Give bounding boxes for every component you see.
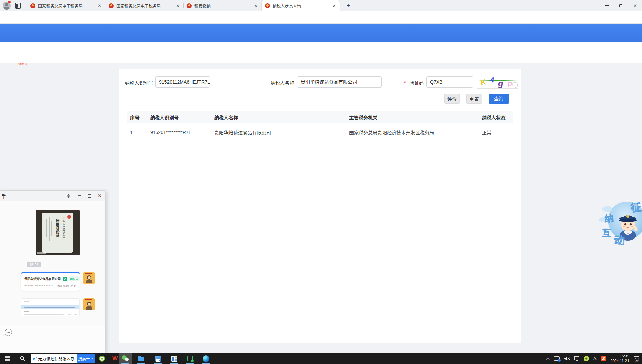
start-button[interactable]: [5, 356, 10, 361]
volume-muted-icon[interactable]: [564, 356, 570, 361]
chat-maximize-icon[interactable]: [88, 194, 91, 198]
wechat-chat-window: 手 ✕ 中华人民共和国 居民身份证 15:28 贵阳华焙速达食品有限公司: [0, 190, 105, 353]
cell-taxpayer-id: 915201*********R7L: [148, 123, 212, 142]
collection-period-note: 本月征期已结束: [57, 284, 76, 288]
wps-icon: W: [112, 355, 118, 362]
svg-text:纳: 纳: [604, 213, 614, 224]
caret-icon: ▲: [35, 356, 38, 359]
taxpayer-name-input[interactable]: 贵阳华焙速达食品有限公司: [297, 76, 382, 88]
notification-count-badge: 1: [635, 358, 639, 362]
col-seq: 序号: [127, 111, 148, 123]
window-minimize-button[interactable]: [600, 0, 614, 11]
tab-3[interactable]: 税费缴纳 ✕: [183, 0, 262, 11]
notification-center-icon[interactable]: 1: [634, 356, 639, 361]
result-table: 序号 纳税人识别号 纳税人名称 主管税务机关 纳税人状态 1 915201***…: [127, 111, 513, 142]
query-panel: 纳税人识别号 91520112MA6HEJTR7L 纳税人名称 贵阳华焙速达食品…: [119, 69, 521, 343]
reset-button[interactable]: 重置: [466, 94, 482, 104]
tab-close-icon[interactable]: ✕: [175, 3, 181, 8]
system-tray: + A S 15:39 2024-11-21 1: [546, 353, 642, 364]
screenshot-tool-icon: [187, 356, 193, 361]
sticker-message[interactable]: [83, 272, 95, 284]
svg-text:4: 4: [490, 75, 495, 84]
company-card-message[interactable]: 贵阳华焙速达食品有限公司 A 纳税人 91520112MA6HEJTR7L 本月…: [21, 272, 80, 291]
clock-time: 15:39: [611, 354, 629, 359]
taskbar-app-docs[interactable]: [152, 353, 165, 364]
taskbar-search-box[interactable]: e ▲ 无力偿还债务怎么办 搜索一下: [31, 354, 95, 363]
tax-favicon: [265, 3, 270, 8]
query-button[interactable]: 查询: [489, 94, 509, 104]
wechat-icon: [122, 355, 129, 362]
cell-seq: 1: [127, 123, 148, 142]
profile-person-icon: [5, 3, 8, 6]
breadcrumb-bar: ← 返回 首页 › 纳税人状态查询: [0, 42, 642, 63]
antivirus-icon[interactable]: +: [584, 356, 589, 361]
col-taxpayer-id: 纳税人识别号: [148, 111, 212, 123]
tab-close-icon[interactable]: ✕: [331, 3, 337, 8]
clock-date: 2024-11-21: [611, 359, 629, 363]
interaction-assistant-badge[interactable]: 征 纳 互 动: [596, 195, 642, 245]
site-header: 中国税务 全国统一规范电子税务局 贵州 **燕: [0, 24, 642, 42]
tab-title: 国家税务总局电子税务局: [38, 3, 95, 9]
screenshot-message[interactable]: [21, 298, 80, 316]
message-timestamp: 15:28: [27, 262, 41, 267]
svg-text:K: K: [480, 78, 487, 87]
svg-text:征: 征: [630, 201, 642, 214]
tab-1[interactable]: 国家税务总局电子税务局 ✕: [27, 0, 105, 11]
tab-actions-icon[interactable]: [15, 3, 21, 9]
window-restore-button[interactable]: [614, 0, 628, 11]
svg-text:互: 互: [602, 229, 611, 239]
captcha-image[interactable]: K 4 g p: [477, 75, 518, 89]
id-card-photo-message[interactable]: 中华人民共和国 居民身份证: [36, 210, 80, 255]
tax-favicon: [187, 3, 192, 8]
table-row[interactable]: 1 915201*********R7L 贵阳华焙速达食品有限公司 国家税务总局…: [127, 123, 513, 142]
tab-2[interactable]: 国家税务总局电子税务局 ✕: [105, 0, 183, 11]
tax-favicon: [109, 3, 114, 8]
id-card-image: 中华人民共和国 居民身份证: [42, 213, 73, 253]
taxpayer-id-input[interactable]: 91520112MA6HEJTR7L: [155, 76, 210, 88]
pin-icon[interactable]: [66, 194, 71, 198]
ime-indicator[interactable]: A: [593, 356, 597, 361]
cell-taxpayer-name: 贵阳华焙速达食品有限公司: [212, 123, 346, 142]
chat-minimize-icon[interactable]: [78, 195, 81, 196]
screen: 国家税务总局电子税务局 ✕ 国家税务总局电子税务局 ✕ 税费缴纳 ✕ 纳税人状态…: [0, 0, 642, 364]
window-close-button[interactable]: ✕: [628, 0, 642, 11]
taskbar-app-wechat[interactable]: [119, 353, 132, 364]
credit-grade-badge: A: [63, 277, 67, 281]
taskbar-search-icon[interactable]: [20, 356, 25, 361]
cast-screen-icon[interactable]: [554, 356, 560, 361]
col-tax-authority: 主管税务机关: [346, 111, 479, 123]
taskbar-search-text: 无力偿还债务怎么办: [38, 356, 77, 361]
required-mark: *: [404, 80, 406, 85]
table-header-row: 序号 纳税人识别号 纳税人名称 主管税务机关 纳税人状态: [127, 111, 513, 123]
taskbar-clock[interactable]: 15:39 2024-11-21: [611, 354, 629, 363]
captcha-label: 验证码: [409, 79, 424, 86]
captcha-input[interactable]: Q7XB: [426, 76, 473, 88]
taskbar-app-360browser[interactable]: e: [96, 353, 109, 364]
network-icon[interactable]: [574, 356, 579, 360]
taskbar-search-go-button[interactable]: 搜索一下: [77, 354, 95, 363]
svg-text:动: 动: [614, 234, 625, 245]
folder-icon: [138, 357, 144, 361]
tray-expand-icon[interactable]: [546, 357, 550, 360]
sticker-message[interactable]: [83, 298, 95, 310]
col-taxpayer-name: 纳税人名称: [212, 111, 346, 123]
account-app-icon: [171, 356, 177, 362]
tab-close-icon[interactable]: ✕: [253, 3, 259, 8]
credit-grade-label: 纳税人: [68, 276, 80, 281]
evaluate-button[interactable]: 评价: [444, 94, 460, 104]
taskbar-app-account[interactable]: [168, 353, 181, 364]
chat-bubble-icon[interactable]: •••: [5, 329, 12, 336]
ie-icon: e: [33, 356, 35, 361]
chat-window-titlebar[interactable]: 手 ✕: [0, 191, 105, 201]
taskbar-app-edge[interactable]: [200, 353, 212, 364]
taskbar-app-files[interactable]: [134, 353, 147, 364]
taxpayer-id-label: 纳税人识别号: [125, 79, 153, 86]
chat-close-icon[interactable]: ✕: [98, 193, 102, 199]
new-tab-button[interactable]: +: [344, 2, 353, 10]
chat-footer: •••: [0, 325, 105, 353]
tab-4-active[interactable]: 纳税人状态查询 ✕: [262, 0, 340, 11]
tab-close-icon[interactable]: ✕: [97, 3, 102, 8]
document-app-icon: [155, 356, 161, 362]
sogou-ime-icon[interactable]: S: [601, 356, 606, 361]
taskbar-app-screenshot[interactable]: [184, 353, 196, 364]
